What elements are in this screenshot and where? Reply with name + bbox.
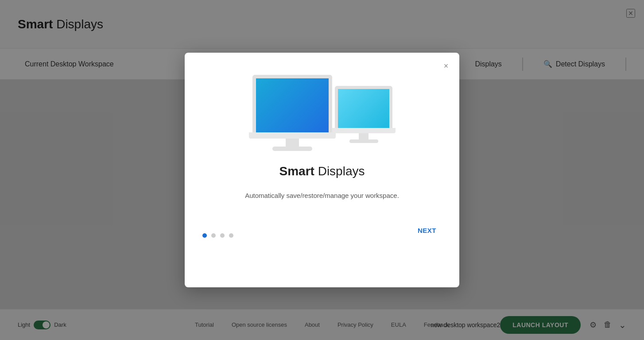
pagination-dots <box>202 233 233 238</box>
monitor-large <box>249 75 336 151</box>
monitor-neck-large <box>286 139 299 147</box>
modal-overlay: × Smart Displays Automatically save/rest… <box>0 0 644 340</box>
monitor-neck-small <box>359 133 369 139</box>
next-button[interactable]: NEXT <box>412 223 442 238</box>
monitor-base-small <box>349 139 378 143</box>
dot-1 <box>202 233 207 238</box>
monitor-bezel-large <box>249 132 336 139</box>
monitor-screen-small <box>335 86 392 128</box>
dot-2 <box>211 233 216 238</box>
monitor-base-large <box>272 147 312 151</box>
modal-title: Smart Displays <box>279 164 365 178</box>
modal-dialog: × Smart Displays Automatically save/rest… <box>185 53 459 287</box>
monitor-bezel-small <box>332 128 396 133</box>
modal-close-button[interactable]: × <box>440 60 452 72</box>
modal-title-displays: Displays <box>314 164 365 178</box>
modal-description: Automatically save/restore/manage your w… <box>245 191 399 201</box>
modal-title-smart: Smart <box>279 164 314 178</box>
dot-4 <box>229 233 233 238</box>
monitor-small <box>332 86 396 143</box>
modal-footer: NEXT <box>202 223 442 238</box>
dot-3 <box>220 233 225 238</box>
monitor-screen-large <box>252 75 332 132</box>
monitors-illustration <box>249 75 396 151</box>
